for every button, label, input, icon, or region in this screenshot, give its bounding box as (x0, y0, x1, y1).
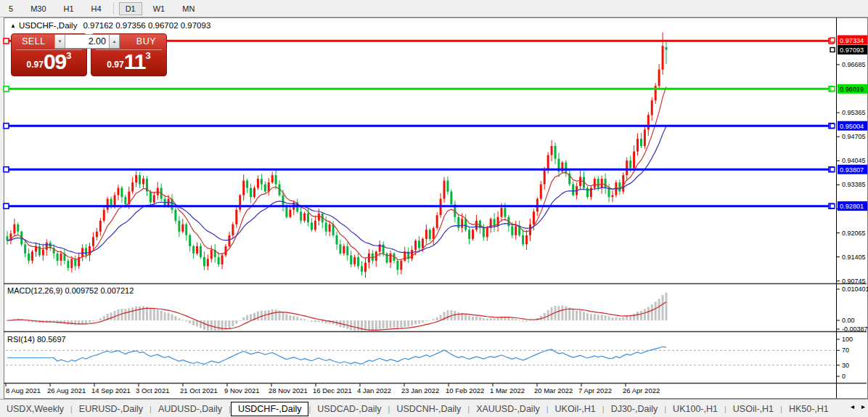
svg-text:10 Feb 2022: 10 Feb 2022 (446, 386, 484, 394)
buy-price-sup: 3 (145, 50, 150, 61)
svg-text:0.91405: 0.91405 (842, 254, 866, 261)
svg-text:9 Nov 2021: 9 Nov 2021 (224, 386, 260, 394)
buy-button[interactable]: BUY (136, 36, 156, 46)
svg-text:0.92801: 0.92801 (840, 203, 864, 210)
svg-text:7 Apr 2022: 7 Apr 2022 (578, 386, 612, 394)
svg-text:20 Mar 2022: 20 Mar 2022 (534, 386, 573, 394)
tab-audusd-daily[interactable]: AUDUSD-,Daily (152, 402, 229, 416)
svg-text:8 Aug 2021: 8 Aug 2021 (6, 386, 41, 394)
chart-tab-bar: USDX,Weekly|EURUSD-,Daily|AUDUSD-,Daily|… (0, 399, 868, 417)
tab-scroll-right-icon[interactable]: ▸ (861, 402, 865, 410)
svg-text:70: 70 (842, 347, 849, 354)
svg-text:30: 30 (842, 362, 849, 369)
chart-symbol: USDCHF-,Daily (19, 21, 78, 30)
timeframe-button-MN[interactable]: MN (176, 2, 201, 15)
svg-text:0.94045: 0.94045 (842, 157, 866, 164)
buy-price[interactable]: 0.97113 (91, 49, 166, 74)
svg-text:28 Nov 2021: 28 Nov 2021 (269, 386, 308, 394)
tab-dj30-daily[interactable]: DJ30-,Daily (605, 402, 665, 416)
svg-text:23 Jan 2022: 23 Jan 2022 (401, 386, 439, 394)
sell-price-sup: 3 (66, 50, 71, 61)
timeframe-toolbar: 5M30H1H4D1W1MN (0, 0, 868, 17)
svg-text:0.94705: 0.94705 (842, 133, 866, 140)
svg-text:0.93385: 0.93385 (842, 181, 866, 188)
timeframe-button-D1[interactable]: D1 (119, 2, 142, 15)
svg-text:4 Jan 2022: 4 Jan 2022 (357, 386, 391, 394)
svg-text:0.95365: 0.95365 (842, 109, 866, 116)
tab-usdcad-daily[interactable]: USDCAD-,Daily (311, 402, 388, 416)
svg-text:0.95004: 0.95004 (840, 123, 864, 130)
timeframe-button-W1[interactable]: W1 (147, 2, 172, 15)
volume-input[interactable] (65, 34, 109, 49)
svg-text:16 Dec 2021: 16 Dec 2021 (313, 386, 352, 394)
svg-text:0.92065: 0.92065 (842, 230, 866, 237)
svg-text:21 Oct 2021: 21 Oct 2021 (180, 386, 218, 394)
buy-price-big: 11 (124, 49, 146, 73)
svg-text:14 Sep 2021: 14 Sep 2021 (91, 386, 131, 394)
one-click-trading-panel: SELL 0.97093 BUY 0.97113 ▼ ▲ (11, 33, 165, 76)
tab-scroll-left-icon[interactable]: ◂ (851, 402, 854, 410)
svg-text:26 Aug 2021: 26 Aug 2021 (47, 386, 86, 394)
macd-label: MACD(12,26,9) 0.009752 0.007212 (7, 286, 134, 295)
svg-text:0.96019: 0.96019 (840, 86, 864, 93)
tab-usdx-weekly[interactable]: USDX,Weekly (0, 402, 70, 416)
collapse-icon[interactable]: ▲ (10, 23, 16, 29)
svg-text:3 Oct 2021: 3 Oct 2021 (136, 386, 169, 394)
svg-text:0.96685: 0.96685 (842, 61, 866, 68)
tab-xauusd-daily[interactable]: XAUUSD-,Daily (470, 402, 546, 416)
sell-button[interactable]: SELL (22, 36, 46, 46)
tab-usdcnh-daily[interactable]: USDCNH-,Daily (390, 402, 467, 416)
svg-text:0.93807: 0.93807 (840, 166, 864, 174)
timeframe-button-5[interactable]: 5 (2, 2, 20, 15)
tab-hk50-h1[interactable]: HK50-,H1 (782, 402, 835, 416)
buy-price-prefix: 0.97 (107, 60, 123, 70)
chart-ohlc: 0.97162 0.97356 0.96702 0.97093 (83, 21, 210, 30)
chart-title: ▲USDCHF-,Daily0.97162 0.97356 0.96702 0.… (10, 21, 210, 30)
timeframe-button-M30[interactable]: M30 (24, 2, 52, 15)
chevron-up-icon: ▲ (112, 39, 117, 44)
tab-ukoil-h1[interactable]: UKOil-,H1 (549, 402, 602, 416)
volume-increase-button[interactable]: ▲ (109, 34, 120, 49)
tab-eurusd-daily[interactable]: EURUSD-,Daily (73, 402, 150, 416)
svg-text:26 Apr 2022: 26 Apr 2022 (623, 386, 660, 394)
tab-uk100-h1[interactable]: UK100-,H1 (666, 402, 724, 416)
svg-text:0.97334: 0.97334 (840, 37, 864, 44)
timeframe-button-H4[interactable]: H4 (85, 2, 108, 15)
rsi-label: RSI(14) 80.5697 (7, 335, 66, 344)
toolbar-separator (113, 3, 114, 15)
chevron-down-icon: ▼ (58, 39, 62, 44)
svg-text:0.90745: 0.90745 (842, 278, 866, 285)
svg-text:100: 100 (842, 336, 853, 343)
svg-text:-0.003875: -0.003875 (842, 325, 868, 333)
sell-price-prefix: 0.97 (27, 60, 44, 70)
tab-usoil-h1[interactable]: USOil-,H1 (726, 402, 780, 416)
sell-price-big: 09 (44, 49, 66, 73)
svg-text:0.010401: 0.010401 (842, 286, 868, 293)
svg-text:0.00: 0.00 (842, 317, 855, 324)
volume-stepper[interactable]: ▼ ▲ (54, 34, 120, 49)
tab-usdchf-daily[interactable]: USDCHF-,Daily (231, 402, 309, 416)
timeframe-button-H1[interactable]: H1 (57, 2, 81, 15)
svg-text:0.97093: 0.97093 (840, 46, 864, 54)
svg-text:0: 0 (842, 373, 846, 380)
volume-decrease-button[interactable]: ▼ (54, 34, 65, 49)
svg-text:1 Mar 2022: 1 Mar 2022 (490, 386, 525, 394)
sell-price[interactable]: 0.97093 (12, 49, 86, 74)
